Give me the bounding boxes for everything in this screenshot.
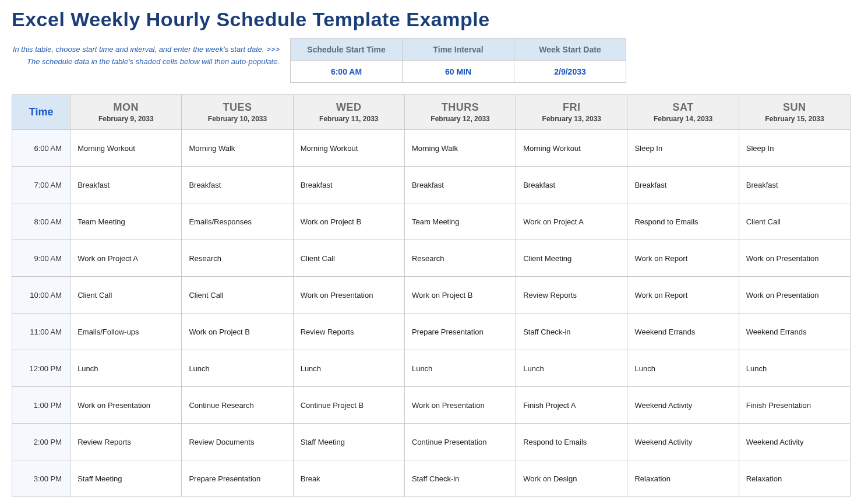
day-date: February 10, 2033	[182, 115, 292, 123]
schedule-cell[interactable]: Lunch	[70, 350, 182, 387]
time-cell: 12:00 PM	[12, 350, 70, 387]
time-cell: 11:00 AM	[12, 314, 70, 350]
schedule-cell[interactable]: Client Call	[182, 277, 293, 314]
schedule-cell[interactable]: Continue Research	[182, 387, 293, 424]
schedule-cell[interactable]: Lunch	[627, 350, 739, 387]
day-date: February 11, 2033	[294, 115, 404, 123]
schedule-cell[interactable]: Respond to Emails	[627, 203, 739, 240]
schedule-cell[interactable]: Staff Meeting	[293, 424, 404, 460]
day-name: WED	[294, 101, 404, 114]
schedule-cell[interactable]: Weekend Errands	[739, 314, 850, 350]
schedule-cell[interactable]: Breakfast	[739, 167, 850, 203]
day-name: FRI	[517, 101, 626, 114]
day-date: February 12, 2033	[405, 115, 515, 123]
schedule-cell[interactable]: Review Reports	[70, 424, 182, 460]
schedule-cell[interactable]: Work on Presentation	[70, 387, 182, 424]
schedule-cell[interactable]: Morning Walk	[182, 130, 293, 167]
schedule-cell[interactable]: Sleep In	[627, 130, 739, 167]
day-date: February 9, 2033	[71, 115, 181, 123]
schedule-cell[interactable]: Client Call	[293, 240, 404, 277]
schedule-cell[interactable]: Staff Check-in	[404, 460, 516, 497]
table-row: 9:00 AMWork on Project AResearchClient C…	[12, 240, 851, 277]
instructions-line2: The schedule data in the table's shaded …	[27, 57, 280, 66]
table-row: 10:00 AMClient CallClient CallWork on Pr…	[12, 277, 851, 314]
schedule-cell[interactable]: Lunch	[516, 350, 627, 387]
schedule-cell[interactable]: Breakfast	[404, 167, 516, 203]
schedule-cell[interactable]: Work on Project A	[516, 203, 627, 240]
settings-value-interval[interactable]: 60 MIN	[403, 61, 514, 83]
schedule-cell[interactable]: Client Call	[739, 203, 850, 240]
day-header: MONFebruary 9, 2033	[70, 95, 182, 130]
schedule-cell[interactable]: Work on Project B	[182, 314, 293, 350]
schedule-cell[interactable]: Work on Presentation	[293, 277, 404, 314]
settings-value-start-time[interactable]: 6:00 AM	[291, 61, 403, 83]
schedule-cell[interactable]: Work on Presentation	[739, 277, 850, 314]
schedule-header-row: Time MONFebruary 9, 2033TUESFebruary 10,…	[12, 95, 851, 130]
schedule-cell[interactable]: Relaxation	[739, 460, 850, 497]
schedule-cell[interactable]: Work on Project A	[70, 240, 182, 277]
table-row: 1:00 PMWork on PresentationContinue Rese…	[12, 387, 851, 424]
schedule-cell[interactable]: Sleep In	[739, 130, 850, 167]
schedule-cell[interactable]: Client Meeting	[516, 240, 627, 277]
settings-row: In this table, choose start time and int…	[12, 38, 856, 83]
schedule-cell[interactable]: Prepare Presentation	[404, 314, 516, 350]
schedule-cell[interactable]: Client Call	[70, 277, 182, 314]
schedule-cell[interactable]: Lunch	[293, 350, 404, 387]
day-name: TUES	[182, 101, 292, 114]
day-header: THURSFebruary 12, 2033	[404, 95, 516, 130]
schedule-cell[interactable]: Weekend Activity	[739, 424, 850, 460]
schedule-cell[interactable]: Lunch	[404, 350, 516, 387]
schedule-cell[interactable]: Emails/Follow-ups	[70, 314, 182, 350]
schedule-cell[interactable]: Review Documents	[182, 424, 293, 460]
schedule-cell[interactable]: Staff Check-in	[516, 314, 627, 350]
schedule-cell[interactable]: Finish Presentation	[739, 387, 850, 424]
schedule-cell[interactable]: Prepare Presentation	[182, 460, 293, 497]
schedule-cell[interactable]: Work on Project B	[404, 277, 516, 314]
time-cell: 10:00 AM	[12, 277, 70, 314]
schedule-cell[interactable]: Breakfast	[627, 167, 739, 203]
time-cell: 7:00 AM	[12, 167, 70, 203]
schedule-cell[interactable]: Morning Walk	[404, 130, 516, 167]
schedule-cell[interactable]: Morning Workout	[293, 130, 404, 167]
settings-header-week-start: Week Start Date	[514, 38, 626, 61]
schedule-cell[interactable]: Research	[404, 240, 516, 277]
schedule-cell[interactable]: Team Meeting	[404, 203, 516, 240]
schedule-cell[interactable]: Work on Project B	[293, 203, 404, 240]
schedule-cell[interactable]: Review Reports	[293, 314, 404, 350]
schedule-cell[interactable]: Work on Report	[627, 240, 739, 277]
schedule-cell[interactable]: Weekend Errands	[627, 314, 739, 350]
schedule-cell[interactable]: Respond to Emails	[516, 424, 627, 460]
page-title: Excel Weekly Hourly Schedule Template Ex…	[12, 8, 856, 31]
table-row: 3:00 PMStaff MeetingPrepare Presentation…	[12, 460, 851, 497]
schedule-cell[interactable]: Work on Report	[627, 277, 739, 314]
schedule-cell[interactable]: Work on Presentation	[739, 240, 850, 277]
schedule-cell[interactable]: Team Meeting	[70, 203, 182, 240]
schedule-cell[interactable]: Weekend Activity	[627, 424, 739, 460]
schedule-cell[interactable]: Morning Workout	[516, 130, 627, 167]
time-cell: 9:00 AM	[12, 240, 70, 277]
schedule-cell[interactable]: Work on Design	[516, 460, 627, 497]
schedule-cell[interactable]: Staff Meeting	[70, 460, 182, 497]
schedule-cell[interactable]: Lunch	[739, 350, 850, 387]
day-name: THURS	[405, 101, 515, 114]
schedule-cell[interactable]: Breakfast	[182, 167, 293, 203]
schedule-cell[interactable]: Weekend Activity	[627, 387, 739, 424]
schedule-cell[interactable]: Lunch	[182, 350, 293, 387]
schedule-cell[interactable]: Emails/Responses	[182, 203, 293, 240]
schedule-cell[interactable]: Work on Presentation	[404, 387, 516, 424]
schedule-cell[interactable]: Breakfast	[516, 167, 627, 203]
schedule-cell[interactable]: Research	[182, 240, 293, 277]
schedule-cell[interactable]: Review Reports	[516, 277, 627, 314]
schedule-cell[interactable]: Morning Workout	[70, 130, 182, 167]
schedule-cell[interactable]: Break	[293, 460, 404, 497]
schedule-cell[interactable]: Finish Project A	[516, 387, 627, 424]
day-name: SAT	[628, 101, 738, 114]
schedule-cell[interactable]: Continue Presentation	[404, 424, 516, 460]
schedule-cell[interactable]: Breakfast	[293, 167, 404, 203]
schedule-cell[interactable]: Relaxation	[627, 460, 739, 497]
settings-header-interval: Time Interval	[403, 38, 514, 61]
schedule-cell[interactable]: Continue Project B	[293, 387, 404, 424]
settings-value-week-start[interactable]: 2/9/2033	[514, 61, 626, 83]
time-cell: 1:00 PM	[12, 387, 70, 424]
schedule-cell[interactable]: Breakfast	[70, 167, 182, 203]
